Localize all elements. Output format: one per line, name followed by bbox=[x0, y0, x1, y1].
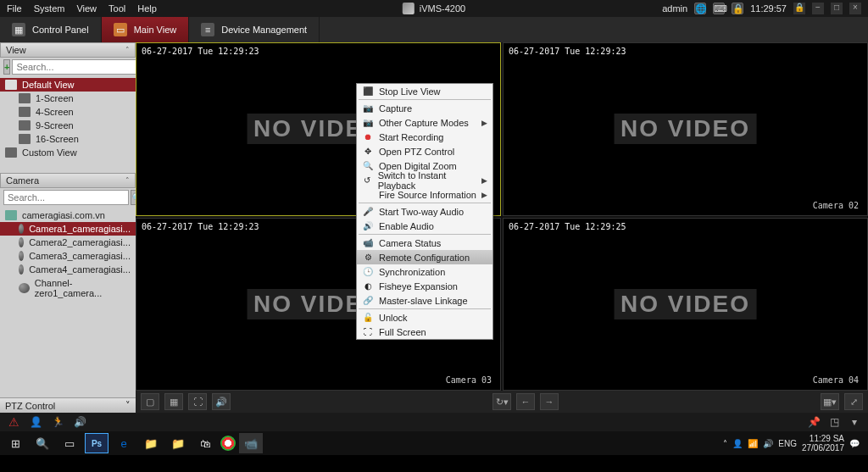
context-item[interactable]: 🔊Enable Audio bbox=[357, 219, 492, 233]
view-item[interactable]: 9-Screen bbox=[0, 119, 136, 132]
camera-item[interactable]: Camera1_cameragiasi... bbox=[0, 222, 136, 236]
camera-search-input[interactable] bbox=[3, 190, 129, 205]
minimize-button[interactable]: − bbox=[812, 3, 824, 14]
view-search-input[interactable] bbox=[12, 59, 137, 75]
camera-panel-header[interactable]: Camera˄ bbox=[0, 173, 136, 188]
context-item-label: Remote Configuration bbox=[379, 253, 470, 263]
layout-more-button[interactable]: ▦▾ bbox=[821, 393, 839, 410]
context-item-icon: ↺ bbox=[362, 175, 373, 186]
video-cell[interactable]: 06-27-2017 Tue 12:29:25NO VIDEOCamera 04 bbox=[503, 218, 868, 391]
menu-help[interactable]: Help bbox=[137, 3, 157, 14]
ivms-taskbar-icon[interactable]: 📹 bbox=[239, 433, 263, 453]
context-item[interactable]: 🕒Synchronization bbox=[357, 264, 492, 279]
view-item[interactable]: 16-Screen bbox=[0, 132, 136, 146]
start-button[interactable]: ⊞ bbox=[3, 433, 27, 453]
app-title: iVMS-4200 bbox=[403, 3, 465, 14]
chrome-icon[interactable] bbox=[220, 436, 236, 451]
tab-device-management[interactable]: ≡Device Management bbox=[189, 17, 320, 42]
menu-tool[interactable]: Tool bbox=[108, 3, 125, 14]
photoshop-icon[interactable]: Ps bbox=[85, 433, 108, 453]
context-item[interactable]: 🔓Unlock bbox=[357, 310, 492, 325]
menu-view[interactable]: View bbox=[76, 3, 97, 14]
notifications-icon[interactable]: 💬 bbox=[849, 439, 860, 448]
tabbar: ▦Control Panel ▭Main View ≡Device Manage… bbox=[0, 17, 868, 42]
lock-icon[interactable]: 🔒 bbox=[732, 3, 743, 14]
edge-icon[interactable]: e bbox=[112, 433, 136, 453]
context-item-icon: ◐ bbox=[362, 280, 374, 292]
globe-icon[interactable]: 🌐 bbox=[694, 3, 706, 14]
menu-file[interactable]: File bbox=[7, 3, 22, 14]
explorer2-icon[interactable]: 📁 bbox=[166, 433, 190, 453]
menubar: File System View Tool Help iVMS-4200 adm… bbox=[0, 0, 868, 17]
alert-icon[interactable]: ⚠ bbox=[7, 415, 20, 429]
refresh-button[interactable]: ↻▾ bbox=[492, 393, 511, 410]
submenu-arrow-icon: ▶ bbox=[481, 176, 487, 185]
camera-item[interactable]: Camera2_cameragiasi... bbox=[0, 236, 136, 249]
context-item[interactable]: ✥Open PTZ Control bbox=[357, 144, 492, 158]
context-separator bbox=[359, 99, 491, 100]
tray-clock[interactable]: 11:29 SA 27/06/2017 bbox=[802, 434, 844, 453]
next-page-button[interactable]: → bbox=[540, 393, 559, 410]
tab-main-view[interactable]: ▭Main View bbox=[102, 17, 190, 42]
camera-item[interactable]: Camera3_cameragiasi... bbox=[0, 249, 136, 263]
view-item[interactable]: Default View bbox=[0, 78, 136, 92]
cam-icon bbox=[19, 251, 24, 261]
camera-item-label: Camera4_cameragiasi... bbox=[29, 264, 131, 275]
fullscreen-button[interactable]: ⛶ bbox=[188, 393, 207, 410]
context-item-label: Stop Live View bbox=[379, 86, 441, 97]
context-item[interactable]: 📹Camera Status bbox=[357, 236, 492, 250]
task-view-icon[interactable]: ▭ bbox=[58, 433, 81, 453]
pin-icon[interactable]: 📌 bbox=[807, 415, 821, 429]
context-item[interactable]: 🔗Master-slave Linkage bbox=[357, 293, 492, 308]
view-item[interactable]: 1-Screen bbox=[0, 92, 136, 105]
tray-chevron-icon[interactable]: ˄ bbox=[723, 439, 727, 448]
context-item[interactable]: ⛶Full Screen bbox=[357, 325, 492, 339]
tray-people-icon[interactable]: 👤 bbox=[732, 439, 743, 448]
cam-icon bbox=[19, 264, 24, 275]
context-item[interactable]: 📷Capture bbox=[357, 101, 492, 115]
ptz-panel-header[interactable]: PTZ Control˅ bbox=[0, 397, 136, 413]
tab-label: Device Management bbox=[221, 25, 307, 35]
video-cell[interactable]: 06-27-2017 Tue 12:29:23NO VIDEOCamera 02 bbox=[503, 42, 868, 216]
camera-item[interactable]: Channel-zero1_camera... bbox=[0, 276, 136, 300]
close-button[interactable]: × bbox=[849, 3, 861, 14]
volume-button[interactable]: 🔊 bbox=[212, 393, 231, 410]
view-item[interactable]: 4-Screen bbox=[0, 105, 136, 119]
context-item[interactable]: 🎤Start Two-way Audio bbox=[357, 204, 492, 219]
menu-system[interactable]: System bbox=[34, 3, 65, 14]
collapse-icon[interactable]: ▾ bbox=[848, 415, 861, 429]
camera-item-label: Camera3_cameragiasi... bbox=[29, 251, 131, 261]
search-taskbar-icon[interactable]: 🔍 bbox=[31, 433, 54, 453]
popup-icon[interactable]: ◳ bbox=[827, 415, 841, 429]
keyboard-icon[interactable]: ⌨ bbox=[713, 3, 725, 14]
context-item[interactable]: ⚙Remote Configuration bbox=[357, 250, 492, 264]
store-icon[interactable]: 🛍 bbox=[193, 433, 217, 453]
view-item[interactable]: Custom View bbox=[0, 146, 136, 159]
context-item[interactable]: ↺Switch to Instant Playback▶ bbox=[357, 173, 492, 187]
explorer-icon[interactable]: 📁 bbox=[139, 433, 163, 453]
tray-volume-icon[interactable]: 🔊 bbox=[763, 439, 773, 448]
tray-lang[interactable]: ENG bbox=[778, 439, 797, 448]
chevron-down-icon: ˅ bbox=[125, 400, 131, 411]
view-panel-header[interactable]: View˄ bbox=[0, 42, 136, 58]
context-item[interactable]: ⬛Stop Live View bbox=[357, 84, 492, 98]
camera-item[interactable]: Camera4_cameragiasi... bbox=[0, 263, 136, 276]
user-icon[interactable]: 👤 bbox=[29, 415, 42, 429]
camera-item[interactable]: cameragiasi.com.vn bbox=[0, 208, 136, 222]
lock-button[interactable]: 🔒 bbox=[793, 3, 805, 14]
add-view-button[interactable]: + bbox=[3, 59, 10, 75]
tray-wifi-icon[interactable]: 📶 bbox=[748, 439, 758, 448]
maximize-button[interactable]: □ bbox=[831, 3, 843, 14]
layout-4-button[interactable]: ▦ bbox=[164, 393, 183, 410]
context-item[interactable]: 📷Other Capture Modes▶ bbox=[357, 115, 492, 130]
host-icon bbox=[5, 210, 17, 220]
tab-control-panel[interactable]: ▦Control Panel bbox=[0, 17, 102, 42]
layout-1-button[interactable]: ▢ bbox=[141, 393, 159, 410]
audio-icon[interactable]: 🔊 bbox=[73, 415, 86, 429]
prev-page-button[interactable]: ← bbox=[516, 393, 535, 410]
motion-icon[interactable]: 🏃 bbox=[51, 415, 64, 429]
context-item[interactable]: ⏺Start Recording bbox=[357, 130, 492, 144]
context-item-icon: 📷 bbox=[362, 117, 374, 129]
expand-button[interactable]: ⤢ bbox=[844, 393, 863, 410]
context-item[interactable]: ◐Fisheye Expansion bbox=[357, 279, 492, 293]
